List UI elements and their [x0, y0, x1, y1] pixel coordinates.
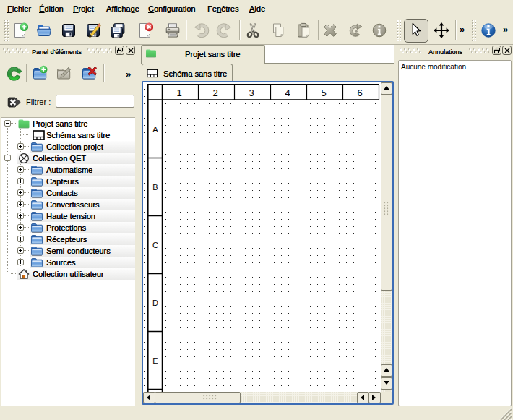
svg-text:6: 6: [357, 87, 362, 98]
svg-text:C: C: [152, 241, 158, 249]
svg-text:1: 1: [176, 87, 181, 98]
svg-text:A: A: [152, 125, 158, 134]
svg-text:2: 2: [212, 87, 217, 98]
svg-text:5: 5: [321, 87, 326, 98]
svg-text:4: 4: [285, 87, 290, 98]
svg-text:D: D: [152, 299, 158, 307]
svg-text:3: 3: [249, 87, 254, 98]
svg-text:E: E: [152, 356, 158, 365]
svg-text:B: B: [152, 183, 158, 192]
